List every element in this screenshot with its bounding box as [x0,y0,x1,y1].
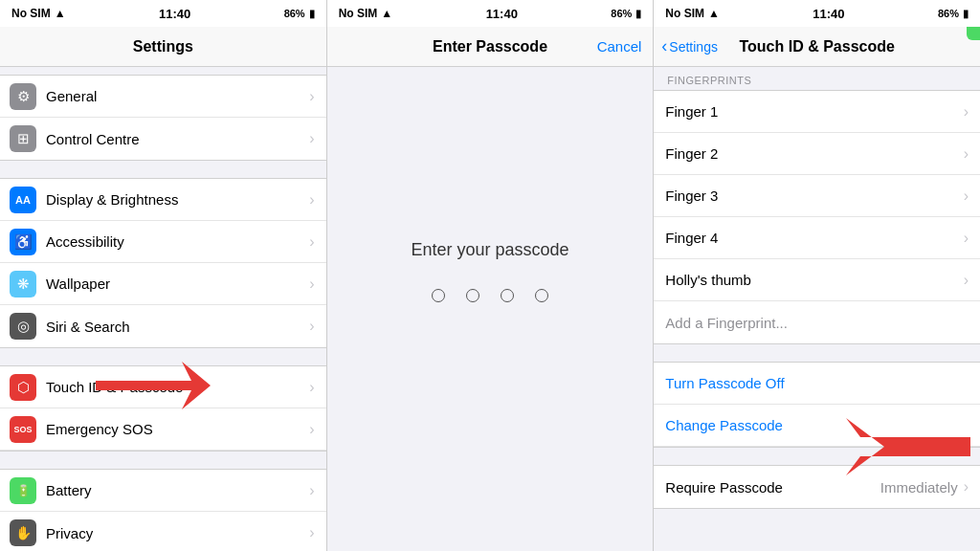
require-passcode-label: Require Passcode [665,479,880,496]
settings-row-battery[interactable]: 🔋 Battery › [0,470,326,512]
settings-row-touchid[interactable]: ⬡ Touch ID & Passcode › [0,366,326,408]
wallpaper-label: Wallpaper [46,276,309,292]
settings-row-general[interactable]: ⚙ General › [0,76,326,118]
status-left-3: No SIM ▲ [665,7,720,20]
battery-icon-3: ▮ [963,8,969,20]
passcode-dots [432,289,548,302]
carrier-label-1: No SIM [11,7,51,20]
status-right-1: 86% ▮ [284,8,315,20]
settings-title: Settings [133,38,193,55]
settings-row-emergency[interactable]: SOS Emergency SOS › [0,408,326,451]
battery-icon-1: ▮ [309,8,315,20]
control-centre-icon: ⊞ [10,125,36,152]
battery-icon: 🔋 [10,477,36,504]
settings-row-control-centre[interactable]: ⊞ Control Centre › [0,118,326,160]
touchid-chevron: › [309,379,314,396]
time-label-1: 11:40 [159,7,190,21]
touchid-nav-title: Touch ID & Passcode [739,38,894,55]
status-right-2: 86% ▮ [611,8,641,20]
finger3-label: Finger 3 [665,187,963,204]
status-left-2: No SIM ▲ [339,7,393,20]
siri-label: Siri & Search [46,319,309,335]
settings-panel: No SIM ▲ 11:40 86% ▮ Settings ⚙ General … [0,0,327,551]
accessibility-icon: ♿ [10,229,36,255]
privacy-icon: ✋ [10,519,36,546]
finger2-label: Finger 2 [665,145,963,162]
touchid-row-finger1[interactable]: Finger 1 › [654,91,980,133]
time-label-2: 11:40 [486,7,518,21]
control-centre-chevron: › [309,130,314,147]
settings-group-4: 🔋 Battery › ✋ Privacy › [0,469,326,551]
siri-icon: ◎ [10,313,36,340]
touchid-row-finger3[interactable]: Finger 3 › [654,175,980,217]
finger4-chevron: › [964,230,969,247]
touchid-icon: ⬡ [10,374,36,401]
touchid-row-require-passcode[interactable]: Require Passcode Immediately › [654,466,980,508]
settings-group-3: ⬡ Touch ID & Passcode › SOS Emergency SO… [0,365,326,452]
wifi-icon-1: ▲ [55,7,66,20]
finger4-label: Finger 4 [665,230,963,246]
touchid-row-hollys-thumb[interactable]: Holly's thumb › [654,259,980,301]
passcode-dot-3 [501,289,514,302]
settings-list[interactable]: ⚙ General › ⊞ Control Centre › AA Displa… [0,67,326,551]
passcode-body: Enter your passcode [327,67,654,551]
display-chevron: › [309,191,314,209]
accessibility-chevron: › [309,233,314,251]
touchid-row-finger2[interactable]: Finger 2 › [654,133,980,175]
accessibility-label: Accessibility [46,233,309,250]
status-bar-3: No SIM ▲ 11:40 86% ▮ [654,0,980,27]
back-chevron-icon: ‹ [661,37,667,55]
passcode-prompt: Enter your passcode [411,240,568,260]
settings-nav-bar: Settings [0,27,326,67]
fingerprints-header: FINGERPRINTS [654,67,980,90]
hollys-thumb-chevron: › [964,272,969,289]
settings-group-1: ⚙ General › ⊞ Control Centre › [0,75,326,161]
touchid-row-add-fingerprint[interactable]: Add a Fingerprint... [654,301,980,343]
back-button[interactable]: ‹ Settings [661,38,718,55]
wallpaper-icon: ❋ [10,271,36,298]
touchid-label: Touch ID & Passcode [46,379,309,395]
passcode-dot-4 [535,289,548,302]
touchid-row-turn-off[interactable]: Turn Passcode Off [654,363,980,405]
settings-group-2: AA Display & Brightness › ♿ Accessibilit… [0,178,326,348]
wifi-icon-3: ▲ [708,7,720,20]
emergency-chevron: › [309,421,314,438]
touchid-list[interactable]: FINGERPRINTS Finger 1 › Finger 2 › Finge… [654,67,980,551]
change-passcode-label: Change Passcode [665,417,969,433]
finger1-label: Finger 1 [665,103,963,120]
finger1-chevron: › [964,103,969,121]
general-icon: ⚙ [10,83,36,110]
settings-row-privacy[interactable]: ✋ Privacy › [0,512,326,551]
status-right-3: 86% ▮ [938,8,969,20]
touchid-panel: No SIM ▲ 11:40 86% ▮ ‹ Settings Touch ID… [654,0,980,551]
settings-row-display[interactable]: AA Display & Brightness › [0,179,326,221]
finger3-chevron: › [964,187,969,205]
emergency-label: Emergency SOS [46,421,309,437]
turn-passcode-off-label: Turn Passcode Off [665,375,969,391]
general-chevron: › [309,88,314,105]
status-left-1: No SIM ▲ [11,7,66,20]
display-label: Display & Brightness [46,191,309,208]
settings-row-accessibility[interactable]: ♿ Accessibility › [0,221,326,263]
battery-label: Battery [46,482,309,498]
privacy-label: Privacy [46,525,309,541]
touchid-row-finger4[interactable]: Finger 4 › [654,217,980,259]
settings-row-siri[interactable]: ◎ Siri & Search › [0,305,326,347]
group-spacer-2 [654,448,980,465]
settings-row-wallpaper[interactable]: ❋ Wallpaper › [0,263,326,305]
passcode-nav-bar: Enter Passcode Cancel [327,27,654,67]
carrier-label-2: No SIM [339,7,378,20]
passcode-cancel-button[interactable]: Cancel [597,38,642,55]
control-centre-label: Control Centre [46,131,309,147]
add-fingerprint-label: Add a Fingerprint... [665,315,969,331]
touchid-row-change-passcode[interactable]: Change Passcode [654,405,980,447]
battery-chevron: › [309,482,314,499]
carrier-label-3: No SIM [665,7,704,20]
emergency-icon: SOS [10,416,36,443]
privacy-chevron: › [309,524,314,541]
hollys-thumb-label: Holly's thumb [665,272,963,288]
wallpaper-chevron: › [309,276,314,293]
fingerprints-group: Finger 1 › Finger 2 › Finger 3 › Finger … [654,90,980,344]
require-passcode-value: Immediately [880,479,958,496]
require-passcode-group: Require Passcode Immediately › [654,465,980,509]
